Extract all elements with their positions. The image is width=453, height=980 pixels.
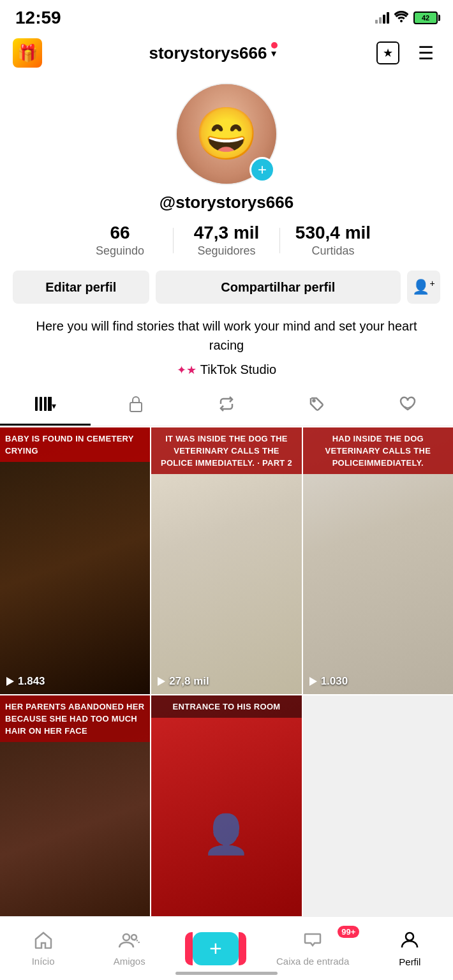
header-left: 🎁	[13, 38, 51, 68]
following-label: Seguindo	[96, 244, 144, 258]
stats-row: 66 Seguindo 47,3 mil Seguidores 530,4 mi…	[67, 223, 386, 258]
header-actions: ★ ☰	[374, 39, 440, 67]
play-icon-1	[6, 677, 14, 686]
app-logo[interactable]: 🎁	[13, 38, 42, 68]
profile-section: + @storystorys666 66 Seguindo 47,3 mil S…	[0, 73, 453, 387]
nav-add[interactable]: +	[190, 932, 241, 965]
plus-icon: +	[209, 936, 222, 961]
status-time: 12:59	[15, 8, 61, 28]
profile-icon	[400, 930, 419, 954]
video-grid: BABY IS FOUND IN CEMETERY CRYING 1.843 I…	[0, 427, 453, 963]
lock-icon	[129, 396, 143, 416]
tag-icon	[309, 396, 325, 416]
stat-following[interactable]: 66 Seguindo	[67, 223, 173, 258]
repost-icon	[218, 396, 235, 416]
heart-icon	[399, 396, 416, 415]
svg-rect-2	[44, 397, 47, 411]
video-title-1: BABY IS FOUND IN CEMETERY CRYING	[5, 434, 134, 456]
likes-label: Curtidas	[311, 244, 354, 258]
video-play-count-1: 1.843	[6, 675, 45, 688]
add-button[interactable]: +	[193, 932, 239, 965]
avatar-container: +	[175, 83, 278, 185]
friends-icon	[119, 931, 140, 953]
inbox-badge-count: 99+	[338, 926, 359, 938]
nav-inbox[interactable]: 99+ Caixa de entrada	[276, 931, 349, 967]
studio-label: TikTok Studio	[200, 362, 276, 377]
wifi-icon	[394, 11, 408, 26]
status-bar: 12:59 42	[0, 0, 453, 33]
nav-profile[interactable]: Perfil	[384, 930, 435, 967]
svg-point-5	[313, 399, 315, 401]
play-icon-2	[158, 677, 165, 686]
add-avatar-button[interactable]: +	[249, 157, 275, 182]
svg-rect-0	[35, 397, 38, 411]
home-icon	[34, 931, 53, 953]
signal-icon	[375, 12, 389, 24]
edit-profile-button[interactable]: Editar perfil	[13, 271, 149, 304]
calendar-button[interactable]: ★	[374, 39, 402, 67]
followers-label: Seguidores	[197, 244, 255, 258]
video-title-3: HAD INSIDE THE DOG VETERINARY CALLS THE …	[325, 434, 431, 468]
header: 🎁 storystorys666 ▾ ★ ☰	[0, 33, 453, 73]
studio-icon: ✦★	[177, 363, 197, 377]
tab-tagged[interactable]	[272, 387, 362, 426]
action-buttons: Editar perfil Compartilhar perfil 👤+	[13, 271, 440, 304]
stat-likes[interactable]: 530,4 mil Curtidas	[280, 223, 386, 258]
video-thumb-1[interactable]: BABY IS FOUND IN CEMETERY CRYING 1.843	[0, 427, 150, 694]
video-title-2: IT WAS INSIDE THE DOG THE VETERINARY CAL…	[161, 434, 292, 468]
battery-icon: 42	[413, 11, 438, 24]
profile-label: Perfil	[399, 956, 420, 967]
bio-text: Here you will find stories that will wor…	[13, 316, 440, 355]
svg-point-8	[406, 933, 413, 940]
video-play-count-3: 1.030	[309, 675, 348, 688]
hamburger-icon: ☰	[418, 43, 435, 64]
followers-count: 47,3 mil	[194, 223, 260, 243]
video-person-silhouette: 👤	[202, 811, 250, 856]
tiktok-studio-link[interactable]: ✦★ TikTok Studio	[177, 362, 276, 377]
video-title-5: ENTRANCE TO HIS ROOM	[172, 702, 280, 711]
profile-handle: @storystorys666	[160, 193, 293, 212]
notification-dot	[271, 42, 278, 48]
inbox-label: Caixa de entrada	[276, 956, 349, 967]
status-icons: 42	[375, 11, 438, 26]
tab-liked[interactable]	[362, 387, 453, 426]
username-dropdown[interactable]: storystorys666 ▾	[149, 43, 276, 63]
svg-point-6	[123, 934, 130, 940]
home-label: Início	[32, 956, 55, 967]
video-title-4: HER PARENTS ABANDONED HER BECAUSE SHE HA…	[5, 702, 144, 736]
add-person-icon: 👤+	[412, 278, 434, 295]
tab-videos[interactable]: ▾	[0, 387, 91, 426]
svg-rect-4	[130, 403, 142, 412]
profile-username-header: storystorys666	[149, 43, 267, 63]
tab-locked[interactable]	[91, 387, 181, 426]
menu-button[interactable]: ☰	[412, 39, 440, 67]
svg-rect-1	[40, 397, 42, 411]
tabs-bar: ▾	[0, 387, 453, 426]
nav-home[interactable]: Início	[18, 931, 69, 967]
bottom-nav: Início Amigos + 99+ Caixa de entrada	[0, 916, 453, 980]
grid-icon	[35, 397, 52, 415]
share-profile-button[interactable]: Compartilhar perfil	[156, 271, 401, 304]
tab-repost[interactable]	[181, 387, 272, 426]
following-count: 66	[110, 223, 130, 243]
play-icon-3	[309, 677, 317, 686]
video-play-count-2: 27,8 mil	[158, 675, 209, 688]
stat-followers[interactable]: 47,3 mil Seguidores	[174, 223, 279, 258]
likes-count: 530,4 mil	[295, 223, 371, 243]
video-thumb-2[interactable]: IT WAS INSIDE THE DOG THE VETERINARY CAL…	[151, 427, 301, 694]
friends-label: Amigos	[114, 956, 145, 967]
home-indicator	[175, 972, 278, 975]
grid-dropdown-icon: ▾	[52, 401, 56, 411]
calendar-icon: ★	[376, 41, 399, 64]
add-friend-button[interactable]: 👤+	[407, 271, 440, 304]
dropdown-chevron-icon: ▾	[271, 47, 276, 59]
video-thumb-3[interactable]: HAD INSIDE THE DOG VETERINARY CALLS THE …	[303, 427, 453, 694]
inbox-icon	[303, 931, 322, 953]
nav-friends[interactable]: Amigos	[104, 931, 155, 967]
